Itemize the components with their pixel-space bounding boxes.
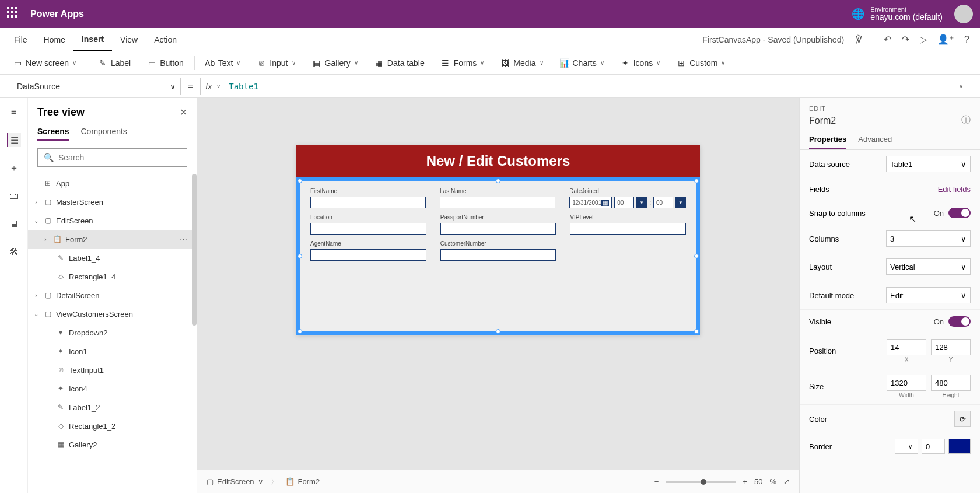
zoom-out-button[interactable]: − xyxy=(654,477,659,486)
hamburger-icon[interactable]: ≡ xyxy=(7,105,21,119)
field-lastname[interactable]: LastName xyxy=(440,188,555,208)
charts-menu[interactable]: 📊Charts∨ xyxy=(553,51,611,74)
columns-select[interactable]: 3∨ xyxy=(886,230,971,247)
tab-screens[interactable]: Screens xyxy=(37,123,69,141)
border-style-select[interactable]: — ∨ xyxy=(895,439,918,454)
field-location[interactable]: Location xyxy=(310,214,426,235)
environment-picker[interactable]: 🌐 Environment enayu.com (default) xyxy=(852,6,943,22)
tree-node-rect14[interactable]: ◇Rectangle1_4 xyxy=(28,267,193,286)
field-passport[interactable]: PassportNumber xyxy=(440,214,556,235)
tree-view-icon[interactable]: ☰ xyxy=(7,133,21,147)
calendar-icon[interactable]: ▦ xyxy=(601,200,609,206)
menu-view[interactable]: View xyxy=(112,28,146,51)
tree-node-editscreen[interactable]: ⌄▢EditScreen xyxy=(28,211,193,230)
help-icon[interactable]: ⓘ xyxy=(961,114,971,127)
forms-menu[interactable]: ☰Forms∨ xyxy=(434,51,492,74)
tree-node-icon4[interactable]: ✦Icon4 xyxy=(28,379,193,398)
tab-advanced[interactable]: Advanced xyxy=(858,130,892,149)
field-custnum[interactable]: CustomerNumber xyxy=(440,240,556,261)
tree-node-app[interactable]: ⊞App xyxy=(28,174,193,193)
visible-toggle[interactable] xyxy=(949,316,971,327)
border-width-input[interactable]: 0 xyxy=(922,439,945,454)
menu-insert[interactable]: Insert xyxy=(74,28,112,51)
tree-node-form2[interactable]: ›📋Form2⋯ xyxy=(28,230,193,249)
breadcrumb-screen[interactable]: ▢EditScreen∨ xyxy=(206,477,264,486)
data-source-select[interactable]: Table1∨ xyxy=(886,156,971,172)
tree-node-label12[interactable]: ✎Label1_2 xyxy=(28,398,193,417)
field-datejoined[interactable]: DateJoined 12/31/2001▦ 00▼ : 00▼ xyxy=(569,188,686,208)
snap-toggle[interactable] xyxy=(949,208,971,218)
zoom-in-button[interactable]: + xyxy=(743,477,747,486)
data-table-button[interactable]: ▦Data table xyxy=(368,51,432,74)
formula-input[interactable]: fx∨ Table1 ∨ xyxy=(200,78,968,95)
gallery-menu[interactable]: ▦Gallery∨ xyxy=(305,51,365,74)
border-color-picker[interactable] xyxy=(949,439,971,454)
tree-node-label14[interactable]: ✎Label1_4 xyxy=(28,249,193,267)
zoom-slider[interactable] xyxy=(666,481,736,483)
tree-node-gallery2[interactable]: ▦Gallery2 xyxy=(28,435,193,454)
redo-icon[interactable]: ↷ xyxy=(902,34,909,45)
tree-node-viewcustomers[interactable]: ⌄▢ViewCustomersScreen xyxy=(28,305,193,323)
scrollbar[interactable] xyxy=(192,174,197,326)
resize-handle[interactable] xyxy=(694,329,699,334)
default-mode-select[interactable]: Edit∨ xyxy=(886,287,971,303)
edit-fields-link[interactable]: Edit fields xyxy=(938,185,971,194)
new-screen-button[interactable]: ▭New screen∨ xyxy=(6,51,83,74)
resize-handle[interactable] xyxy=(298,329,302,334)
tools-pane-icon[interactable]: 🛠 xyxy=(7,245,21,259)
play-icon[interactable]: ▷ xyxy=(920,34,927,45)
height-input[interactable]: 480 xyxy=(931,375,971,391)
menu-action[interactable]: Action xyxy=(146,28,185,51)
position-y-input[interactable]: 128 xyxy=(931,339,971,355)
tab-components[interactable]: Components xyxy=(80,123,127,141)
media-pane-icon[interactable]: 🖥 xyxy=(7,217,21,231)
breadcrumb-form[interactable]: 📋Form2 xyxy=(285,477,320,486)
field-firstname[interactable]: FirstName xyxy=(310,188,426,208)
resize-handle[interactable] xyxy=(496,179,501,183)
resize-handle[interactable] xyxy=(694,179,699,183)
tree-node-masterscreen[interactable]: ›▢MasterScreen xyxy=(28,193,193,211)
expand-formula-icon[interactable]: ∨ xyxy=(959,83,963,89)
label-button[interactable]: ✎Label xyxy=(91,51,138,74)
tree-node-rect12[interactable]: ◇Rectangle1_2 xyxy=(28,417,193,435)
fit-icon[interactable]: ⤢ xyxy=(783,477,790,486)
more-icon[interactable]: ⋯ xyxy=(180,235,188,244)
checker-icon[interactable]: ℣ xyxy=(856,34,862,45)
resize-handle[interactable] xyxy=(694,254,699,258)
data-pane-icon[interactable]: 🗃 xyxy=(7,189,21,203)
waffle-icon[interactable] xyxy=(7,7,21,21)
close-icon[interactable]: ✕ xyxy=(180,107,187,118)
canvas-stage[interactable]: ↖ New / Edit Customers FirstName LastNam… xyxy=(197,98,799,470)
media-menu[interactable]: 🖼Media∨ xyxy=(494,51,550,74)
width-input[interactable]: 1320 xyxy=(887,375,926,391)
chevron-down-icon[interactable]: ▼ xyxy=(636,197,647,208)
share-icon[interactable]: 👤⁺ xyxy=(937,34,954,45)
tree-node-textinput1[interactable]: ⎚TextInput1 xyxy=(28,361,193,379)
field-vip[interactable]: VIPLevel xyxy=(570,214,686,235)
tree-node-detailscreen[interactable]: ›▢DetailScreen xyxy=(28,286,193,305)
form2-selected[interactable]: FirstName LastName DateJoined 12/31/2001… xyxy=(296,177,700,335)
help-icon[interactable]: ? xyxy=(964,34,970,45)
insert-pane-icon[interactable]: ＋ xyxy=(7,161,21,175)
button-button[interactable]: ▭Button xyxy=(140,51,190,74)
tree-search-input[interactable]: 🔍 Search xyxy=(37,148,187,167)
tree-node-icon1[interactable]: ✦Icon1 xyxy=(28,342,193,361)
tree-node-dropdown2[interactable]: ▾Dropdown2 xyxy=(28,323,193,342)
menu-file[interactable]: File xyxy=(6,28,36,51)
property-selector[interactable]: DataSource∨ xyxy=(12,78,181,95)
text-menu[interactable]: AbText∨ xyxy=(198,51,248,74)
resize-handle[interactable] xyxy=(298,254,302,258)
undo-icon[interactable]: ↶ xyxy=(884,34,891,45)
custom-menu[interactable]: ⊞Custom∨ xyxy=(670,51,732,74)
input-menu[interactable]: ⎚Input∨ xyxy=(250,51,302,74)
tab-properties[interactable]: Properties xyxy=(809,130,846,149)
resize-handle[interactable] xyxy=(496,329,501,334)
color-picker[interactable]: ⟳ xyxy=(954,411,971,427)
icons-menu[interactable]: ✦Icons∨ xyxy=(614,51,667,74)
layout-select[interactable]: Vertical∨ xyxy=(886,258,971,275)
avatar[interactable] xyxy=(954,5,973,23)
menu-home[interactable]: Home xyxy=(36,28,74,51)
field-agent[interactable]: AgentName xyxy=(310,240,426,261)
resize-handle[interactable] xyxy=(298,179,302,183)
position-x-input[interactable]: 14 xyxy=(887,339,926,355)
